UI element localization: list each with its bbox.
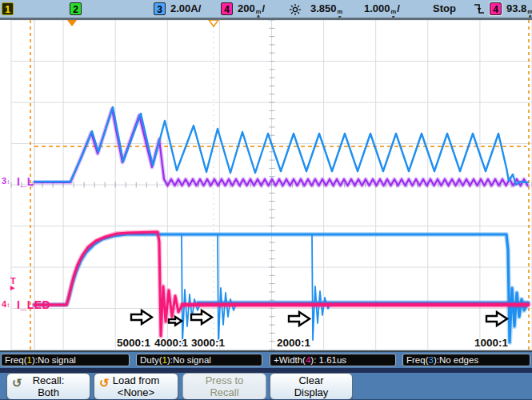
delay-readout: 3.850ms: [310, 0, 343, 18]
trigger-level-readout: 93.8mA: [506, 0, 532, 18]
bottom-bar: Freq(1):No signal Duty(1):No signal +Wid…: [0, 350, 532, 400]
header-divider: [0, 18, 532, 20]
svg-text:5000:1: 5000:1: [117, 337, 151, 349]
oscilloscope-screen: 5000:14000:13000:12000:11000:1 1 2 3 2.0…: [0, 0, 532, 400]
trigger-source-badge[interactable]: 4: [490, 2, 502, 15]
brightness-icon: [288, 1, 302, 18]
channel-2-badge[interactable]: 2: [70, 2, 82, 15]
softkey-recall-both[interactable]: ↺ Recall:Both: [6, 373, 90, 400]
waveform-display: 5000:14000:13000:12000:11000:1: [0, 0, 532, 400]
svg-text:3000:1: 3000:1: [191, 337, 226, 349]
measurement-duty-ch1: Duty(1):No signal: [136, 354, 262, 366]
falling-edge-trigger-icon: [474, 1, 485, 18]
channel-4-scale: 200mA/: [238, 0, 265, 18]
channel-1-badge[interactable]: 1: [2, 2, 14, 15]
channel-3-scale: 2.00A/: [170, 0, 201, 18]
status-bar: 1 2 3 2.00A/ 4 200mA/ 3.850ms 1.000ms/ S…: [0, 0, 532, 18]
svg-text:1000:1: 1000:1: [474, 337, 509, 349]
channel-3-badge[interactable]: 3: [154, 2, 166, 15]
measurement-freq-ch3: Freq(3):No edges: [402, 354, 530, 366]
timebase-readout: 1.000ms/: [364, 0, 400, 18]
channel-4-badge[interactable]: 4: [221, 2, 233, 15]
recall-circular-arrow-icon: ↺: [12, 377, 22, 389]
run-state: Stop: [433, 0, 456, 18]
trigger-level-marker[interactable]: T▶: [10, 277, 16, 290]
measurement-width-ch4: +Width(4): 1.61us: [270, 354, 396, 366]
channel-3-label: I_L: [17, 175, 34, 188]
svg-text:4000:1: 4000:1: [154, 337, 189, 349]
softkey-load-from[interactable]: ↺ Load from<None>: [94, 373, 178, 400]
channel-3-ground-marker[interactable]: 3↕: [2, 177, 10, 186]
channel-4-label: I_LED: [17, 298, 50, 311]
measurement-freq-ch1: Freq(1):No signal: [1, 354, 130, 366]
softkey-clear-display[interactable]: ClearDisplay: [270, 373, 353, 400]
channel-4-ground-marker[interactable]: 4↕: [2, 300, 10, 310]
svg-text:2000:1: 2000:1: [277, 337, 311, 349]
softkey-press-to-recall: Press toRecall: [182, 373, 266, 400]
load-circular-arrow-icon: ↺: [99, 377, 110, 389]
